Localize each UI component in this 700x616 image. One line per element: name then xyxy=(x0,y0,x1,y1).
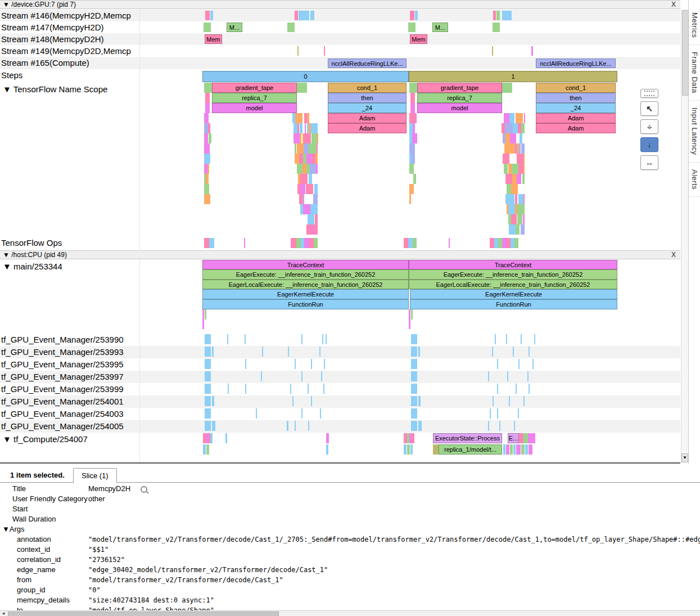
side-tab-frame-data[interactable]: Frame Data xyxy=(689,45,700,101)
trace-slice[interactable] xyxy=(300,174,308,184)
trace-slice[interactable] xyxy=(408,23,416,32)
trace-slice[interactable] xyxy=(287,23,295,32)
trace-slice[interactable] xyxy=(506,334,507,344)
slice-tracecontext[interactable]: TraceContext xyxy=(202,260,409,269)
track-label[interactable]: Stream #148(MemcpyD2H) xyxy=(1,33,104,45)
trace-slice[interactable] xyxy=(528,433,535,443)
slice-replica-7[interactable]: replica_7 xyxy=(212,93,297,103)
trace-slice[interactable] xyxy=(411,334,417,344)
trace-slice[interactable] xyxy=(212,347,214,357)
trace-slice[interactable] xyxy=(207,164,209,174)
trace-slice[interactable] xyxy=(295,421,296,431)
trace-slice[interactable] xyxy=(297,83,307,93)
trace-slice[interactable] xyxy=(320,408,321,419)
trace-slice[interactable] xyxy=(521,123,525,133)
track-label[interactable]: tf_GPU_Event_Manager/253990 xyxy=(1,334,124,345)
trace-slice[interactable] xyxy=(513,444,516,455)
trace-slice[interactable] xyxy=(304,133,311,143)
pan-tool-button[interactable]: ↔↕ xyxy=(640,119,658,134)
trace-slice[interactable] xyxy=(306,154,311,164)
trace-slice[interactable] xyxy=(516,384,517,394)
trace-slice[interactable] xyxy=(314,238,318,248)
trace-slice[interactable] xyxy=(510,133,516,143)
slice-replica-1-model-t[interactable]: replica_1/model/t... xyxy=(439,444,502,455)
trace-slice[interactable] xyxy=(315,214,318,224)
trace-slice[interactable] xyxy=(309,143,317,154)
trace-slice[interactable] xyxy=(317,143,318,154)
trace-slice[interactable] xyxy=(317,133,318,143)
trace-slice[interactable] xyxy=(309,184,313,194)
trace-slice[interactable] xyxy=(309,238,314,248)
trace-slice[interactable] xyxy=(326,444,328,455)
trace-slice[interactable] xyxy=(204,133,208,143)
trace-slice[interactable] xyxy=(245,384,246,394)
trace-slice[interactable] xyxy=(299,11,309,20)
trace-slice[interactable] xyxy=(525,444,528,455)
trace-slice[interactable] xyxy=(212,421,215,431)
gpu-section-close-button[interactable]: X xyxy=(671,1,676,8)
trace-slice[interactable] xyxy=(409,184,414,194)
trace-slice[interactable] xyxy=(502,83,512,93)
trace-slice[interactable] xyxy=(488,371,489,381)
trace-slice[interactable] xyxy=(303,194,304,204)
trace-slice[interactable] xyxy=(410,103,415,113)
trace-slice[interactable] xyxy=(504,143,512,154)
trace-slice[interactable] xyxy=(514,421,515,431)
trace-slice[interactable] xyxy=(297,164,303,174)
trace-slice[interactable] xyxy=(205,421,211,431)
trace-slice[interactable] xyxy=(311,133,317,143)
trace-slice[interactable] xyxy=(411,371,417,381)
trace-slice[interactable] xyxy=(503,444,505,455)
slice-eagerkernelexecute[interactable]: EagerKernelExecute xyxy=(202,289,409,299)
slice-gradient-tape[interactable]: gradient_tape xyxy=(212,83,297,93)
trace-slice[interactable] xyxy=(293,123,298,133)
track-label[interactable]: Stream #149(MemcpyD2D,Memcp xyxy=(1,45,131,57)
trace-slice[interactable] xyxy=(404,444,407,455)
magnifier-icon[interactable] xyxy=(141,486,147,493)
trace-slice[interactable] xyxy=(323,384,324,394)
track-label[interactable]: Steps xyxy=(1,69,22,81)
trace-slice[interactable] xyxy=(502,238,507,248)
track-label[interactable]: ▼ TensorFlow Name Scope xyxy=(3,83,107,95)
timing-tool-button[interactable]: ↔ xyxy=(640,155,658,170)
trace-slice[interactable] xyxy=(504,164,508,174)
track-label[interactable]: tf_GPU_Event_Manager/254005 xyxy=(1,420,124,432)
slice-adam[interactable]: Adam xyxy=(536,123,616,133)
slice-cond-1[interactable]: cond_1 xyxy=(328,83,407,93)
trace-slice[interactable] xyxy=(202,309,204,320)
trace-slice[interactable] xyxy=(504,113,509,123)
trace-slice[interactable] xyxy=(516,444,521,455)
trace-slice[interactable] xyxy=(509,396,510,406)
trace-slice[interactable] xyxy=(304,143,309,154)
trace-slice[interactable] xyxy=(510,444,513,455)
trace-slice[interactable] xyxy=(505,194,512,204)
slice-m[interactable]: M... xyxy=(432,23,448,32)
slice-mem[interactable]: Mem xyxy=(205,34,222,44)
trace-slice[interactable] xyxy=(301,408,302,419)
trace-slice[interactable] xyxy=(488,421,489,431)
trace-slice[interactable] xyxy=(534,334,535,344)
trace-slice[interactable] xyxy=(493,11,496,20)
trace-slice[interactable] xyxy=(296,238,301,248)
trace-slice[interactable] xyxy=(531,46,533,56)
track-label[interactable]: ▼ tf_Compute/254007 xyxy=(3,433,88,445)
trace-slice[interactable] xyxy=(411,359,417,369)
trace-slice[interactable] xyxy=(314,194,318,204)
trace-slice[interactable] xyxy=(411,347,417,357)
trace-slice[interactable] xyxy=(518,194,524,204)
trace-slice[interactable] xyxy=(244,238,245,248)
gpu-section-title[interactable]: ▼ /device:GPU:7 (pid 7) xyxy=(3,1,76,8)
trace-slice[interactable] xyxy=(204,184,209,194)
vertical-scrollbar[interactable]: ▼ xyxy=(681,9,688,462)
trace-slice[interactable] xyxy=(517,214,522,224)
trace-slice[interactable] xyxy=(209,238,214,248)
trace-slice[interactable] xyxy=(324,46,325,56)
trace-slice[interactable] xyxy=(494,238,498,248)
trace-slice[interactable] xyxy=(529,347,530,357)
trace-slice[interactable] xyxy=(514,238,518,248)
trace-slice[interactable] xyxy=(521,334,522,344)
slice-executorstate-process[interactable]: ExecutorState::Process xyxy=(433,433,502,443)
trace-slice[interactable] xyxy=(523,204,525,214)
slice-ncclallreduceringllke[interactable]: ncclAllReduceRingLLKe... xyxy=(328,59,407,68)
trace-slice[interactable] xyxy=(301,371,302,381)
